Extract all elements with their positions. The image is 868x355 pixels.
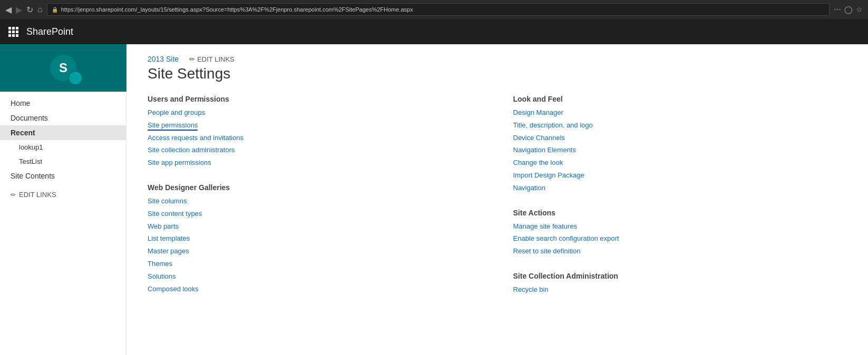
page-title: Site Settings [148, 65, 847, 82]
import-design-package-link[interactable]: Import Design Package [513, 171, 584, 179]
logo-letter: S [59, 61, 67, 75]
list-item: Solutions [148, 271, 482, 282]
browser-actions: ⋯ ◯ ☆ [834, 5, 863, 14]
back-button[interactable]: ◀ [5, 5, 12, 15]
list-item: Site columns [148, 196, 482, 207]
themes-link[interactable]: Themes [148, 260, 172, 268]
device-channels-link[interactable]: Device Channels [513, 134, 565, 142]
sidebar-item-site-contents[interactable]: Site Contents [0, 169, 126, 183]
pencil-icon: ✏ [11, 191, 16, 199]
breadcrumb-area: 2013 Site ✏ EDIT LINKS [148, 55, 847, 63]
title-description-logo-link[interactable]: Title, description, and logo [513, 121, 593, 129]
list-item: Reset to site definition [513, 246, 847, 257]
logo-bubble [68, 71, 83, 85]
site-actions-title: Site Actions [513, 209, 847, 217]
site-actions-section: Site Actions Manage site features Enable… [513, 209, 847, 257]
site-collection-admin-title: Site Collection Administration [513, 272, 847, 280]
change-the-look-link[interactable]: Change the look [513, 159, 563, 166]
sidebar-item-testlist[interactable]: TestList [0, 154, 126, 169]
url-text: https://jenpro.sharepoint.com/_layouts/1… [61, 6, 413, 13]
bookmark-button[interactable]: ☆ [856, 5, 863, 14]
app-bar: SharePoint [0, 19, 868, 44]
site-content-types-link[interactable]: Site content types [148, 210, 202, 218]
site-permissions-link[interactable]: Site permissions [148, 121, 198, 131]
site-logo-circle: S [50, 55, 76, 81]
reset-site-definition-link[interactable]: Reset to site definition [513, 247, 581, 255]
users-and-permissions-section: Users and Permissions People and groups … [148, 95, 482, 169]
list-item: Navigation Elements [513, 145, 847, 156]
composed-looks-link[interactable]: Composed looks [148, 285, 199, 293]
profile-button[interactable]: ◯ [844, 5, 853, 14]
header-edit-links[interactable]: ✏ EDIT LINKS [189, 55, 235, 63]
app-name: SharePoint [26, 26, 73, 37]
list-item: Import Design Package [513, 170, 847, 181]
page-container: S Home Documents Recent lookup1 Tes [0, 44, 868, 355]
site-logo: S [0, 44, 126, 92]
look-and-feel-section: Look and Feel Design Manager Title, desc… [513, 95, 847, 194]
main-content: 2013 Site ✏ EDIT LINKS Site Settings Use… [126, 44, 868, 355]
master-pages-link[interactable]: Master pages [148, 247, 189, 255]
sidebar-item-lookup1[interactable]: lookup1 [0, 140, 126, 154]
list-item: Site permissions [148, 120, 482, 131]
list-item: Design Manager [513, 107, 847, 119]
address-bar[interactable]: 🔒 https://jenpro.sharepoint.com/_layouts… [47, 3, 830, 16]
list-item: Device Channels [513, 133, 847, 144]
web-designer-galleries-title: Web Designer Galleries [148, 183, 482, 192]
site-collection-admin-section: Site Collection Administration Recycle b… [513, 272, 847, 295]
forward-button[interactable]: ▶ [16, 5, 22, 15]
look-and-feel-title: Look and Feel [513, 95, 847, 103]
sidebar: S Home Documents Recent lookup1 Tes [0, 44, 126, 355]
list-item: Enable search configuration export [513, 233, 847, 244]
list-item: Manage site features [513, 221, 847, 232]
pencil-icon-header: ✏ [189, 55, 195, 63]
browser-chrome: ◀ ▶ ↻ ⌂ 🔒 https://jenpro.sharepoint.com/… [0, 0, 868, 19]
people-and-groups-link[interactable]: People and groups [148, 109, 205, 116]
list-templates-link[interactable]: List templates [148, 234, 190, 242]
list-item: Site app permissions [148, 157, 482, 169]
grid-menu-button[interactable] [8, 27, 18, 36]
list-item: Themes [148, 259, 482, 270]
breadcrumb[interactable]: 2013 Site [148, 55, 179, 63]
access-requests-link[interactable]: Access requests and invitations [148, 134, 243, 142]
sidebar-item-documents[interactable]: Documents [0, 111, 126, 125]
list-item: Change the look [513, 157, 847, 169]
solutions-link[interactable]: Solutions [148, 272, 175, 280]
list-item: Site content types [148, 209, 482, 220]
home-button[interactable]: ⌂ [37, 5, 43, 14]
design-manager-link[interactable]: Design Manager [513, 109, 563, 116]
web-parts-link[interactable]: Web parts [148, 222, 179, 230]
list-item: Site collection administrators [148, 145, 482, 156]
site-columns-link[interactable]: Site columns [148, 197, 187, 205]
list-item: Access requests and invitations [148, 133, 482, 144]
list-item: People and groups [148, 107, 482, 119]
recycle-bin-link[interactable]: Recycle bin [513, 285, 549, 293]
enable-search-config-link[interactable]: Enable search configuration export [513, 234, 619, 242]
list-item: Composed looks [148, 284, 482, 295]
users-permissions-title: Users and Permissions [148, 95, 482, 103]
manage-site-features-link[interactable]: Manage site features [513, 222, 577, 230]
sidebar-item-recent[interactable]: Recent [0, 125, 126, 140]
site-app-permissions-link[interactable]: Site app permissions [148, 159, 211, 166]
list-item: Web parts [148, 221, 482, 232]
security-icon: 🔒 [52, 7, 58, 13]
web-designer-galleries-section: Web Designer Galleries Site columns Site… [148, 183, 482, 294]
sidebar-item-home[interactable]: Home [0, 96, 126, 111]
sidebar-nav: Home Documents Recent lookup1 TestList S… [0, 92, 126, 202]
navigation-elements-link[interactable]: Navigation Elements [513, 146, 576, 154]
site-collection-admins-link[interactable]: Site collection administrators [148, 146, 235, 154]
settings-grid: Users and Permissions People and groups … [148, 95, 847, 310]
list-item: Master pages [148, 246, 482, 257]
refresh-button[interactable]: ↻ [26, 5, 33, 15]
settings-left-column: Users and Permissions People and groups … [148, 95, 482, 310]
settings-right-column: Look and Feel Design Manager Title, desc… [513, 95, 847, 310]
list-item: Recycle bin [513, 284, 847, 295]
sidebar-edit-links[interactable]: ✏ EDIT LINKS [0, 188, 126, 202]
extensions-button[interactable]: ⋯ [834, 5, 841, 14]
navigation-link[interactable]: Navigation [513, 184, 545, 192]
list-item: Navigation [513, 183, 847, 194]
list-item: Title, description, and logo [513, 120, 847, 131]
list-item: List templates [148, 233, 482, 244]
